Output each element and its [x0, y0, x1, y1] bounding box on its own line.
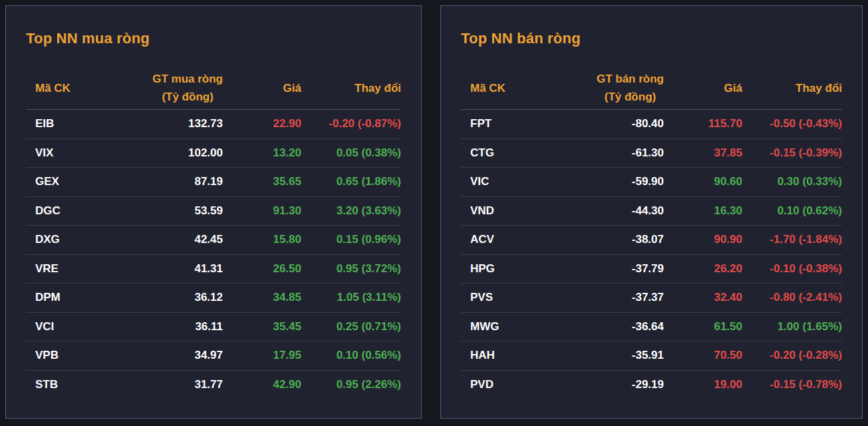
col-header-net-value: GT bán ròng (Tỷ đồng) — [524, 71, 664, 106]
table-row[interactable]: DGC 53.59 91.30 3.20 (3.63%) — [26, 197, 401, 226]
change-cell: 0.65 (1.86%) — [301, 175, 401, 188]
change-cell: 0.25 (0.71%) — [301, 320, 401, 333]
ticker-symbol[interactable]: VRE — [26, 262, 89, 276]
table-row[interactable]: HAH -35.91 70.50 -0.20 (-0.28%) — [461, 341, 842, 371]
ticker-symbol[interactable]: VCI — [26, 320, 89, 333]
table-row[interactable]: VCI 36.11 35.45 0.25 (0.71%) — [26, 313, 401, 342]
price-cell: 115.70 — [664, 117, 742, 130]
table-row[interactable]: DPM 36.12 34.85 1.05 (3.11%) — [26, 284, 401, 313]
ticker-symbol[interactable]: EIB — [26, 117, 89, 130]
change-cell: -0.80 (-2.41%) — [742, 291, 842, 304]
table-row[interactable]: HPG -37.79 26.20 -0.10 (-0.38%) — [461, 255, 842, 284]
change-cell: -0.20 (-0.87%) — [301, 117, 401, 130]
change-cell: 0.95 (3.72%) — [301, 262, 401, 276]
col-header-net-value: GT mua ròng (Tỷ đồng) — [89, 71, 223, 106]
ticker-symbol[interactable]: VPB — [26, 349, 89, 362]
table-row[interactable]: VIC -59.90 90.60 0.30 (0.33%) — [461, 168, 842, 197]
ticker-symbol[interactable]: VIX — [26, 146, 89, 160]
change-cell: 0.95 (2.26%) — [301, 378, 401, 391]
net-value-cell: -61.30 — [524, 146, 664, 160]
foreign-trading-dashboard: Top NN mua ròng Mã CK GT mua ròng (Tỷ đồ… — [0, 0, 868, 424]
net-value-cell: 41.31 — [89, 262, 223, 276]
change-cell: 0.05 (0.38%) — [301, 146, 401, 160]
change-cell: 0.30 (0.33%) — [742, 175, 842, 188]
change-cell: -0.15 (-0.39%) — [742, 146, 842, 160]
net-value-cell: 42.45 — [89, 233, 223, 246]
ticker-symbol[interactable]: CTG — [461, 146, 524, 160]
net-value-cell: -38.07 — [524, 233, 664, 246]
price-cell: 37.85 — [664, 146, 742, 160]
ticker-symbol[interactable]: PVS — [461, 291, 524, 304]
table-row[interactable]: FPT -80.40 115.70 -0.50 (-0.43%) — [461, 110, 842, 139]
col-header-net-value-line2: (Tỷ đồng) — [597, 89, 664, 106]
price-cell: 17.95 — [223, 349, 301, 362]
ticker-symbol[interactable]: VIC — [461, 175, 524, 188]
ticker-symbol[interactable]: DGC — [26, 204, 89, 218]
col-header-change: Thay đổi — [742, 82, 842, 95]
ticker-symbol[interactable]: PVD — [461, 378, 524, 391]
price-cell: 91.30 — [223, 204, 301, 218]
change-cell: -0.20 (-0.28%) — [742, 349, 842, 362]
ticker-symbol[interactable]: GEX — [26, 175, 89, 188]
table-row[interactable]: STB 31.77 42.90 0.95 (2.26%) — [26, 371, 401, 400]
col-header-symbol: Mã CK — [26, 82, 89, 95]
table-header: Mã CK GT mua ròng (Tỷ đồng) Giá Thay đổi — [26, 67, 401, 110]
net-sell-panel: Top NN bán ròng Mã CK GT bán ròng (Tỷ đồ… — [440, 5, 863, 419]
net-value-cell: 102.00 — [89, 146, 223, 160]
change-cell: -0.15 (-0.78%) — [742, 378, 842, 391]
price-cell: 26.20 — [664, 262, 742, 276]
change-cell: 1.05 (3.11%) — [301, 291, 401, 304]
net-value-cell: -29.19 — [524, 378, 664, 391]
ticker-symbol[interactable]: DXG — [26, 233, 89, 246]
ticker-symbol[interactable]: DPM — [26, 291, 89, 304]
col-header-price: Giá — [223, 82, 301, 95]
table-row[interactable]: EIB 132.73 22.90 -0.20 (-0.87%) — [26, 110, 401, 139]
change-cell: 0.10 (0.62%) — [742, 204, 842, 218]
ticker-symbol[interactable]: ACV — [461, 233, 524, 246]
ticker-symbol[interactable]: STB — [26, 378, 89, 391]
ticker-symbol[interactable]: HAH — [461, 349, 524, 362]
table-row[interactable]: ACV -38.07 90.90 -1.70 (-1.84%) — [461, 226, 842, 255]
ticker-symbol[interactable]: VND — [461, 204, 524, 218]
price-cell: 15.80 — [223, 233, 301, 246]
price-cell: 16.30 — [664, 204, 742, 218]
col-header-change: Thay đổi — [301, 82, 401, 95]
net-value-cell: -37.37 — [524, 291, 664, 304]
table-row[interactable]: VND -44.30 16.30 0.10 (0.62%) — [461, 197, 842, 226]
net-value-cell: 34.97 — [89, 349, 223, 362]
price-cell: 22.90 — [223, 117, 301, 130]
table-row[interactable]: CTG -61.30 37.85 -0.15 (-0.39%) — [461, 139, 842, 168]
table-row[interactable]: GEX 87.19 35.65 0.65 (1.86%) — [26, 168, 401, 197]
table-row[interactable]: VIX 102.00 13.20 0.05 (0.38%) — [26, 139, 401, 168]
price-cell: 13.20 — [223, 146, 301, 160]
net-value-cell: 36.12 — [89, 291, 223, 304]
col-header-price: Giá — [664, 82, 742, 95]
col-header-net-value-line2: (Tỷ đồng) — [152, 89, 223, 106]
price-cell: 26.50 — [223, 262, 301, 276]
table-row[interactable]: PVD -29.19 19.00 -0.15 (-0.78%) — [461, 371, 842, 400]
table-row[interactable]: MWG -36.64 61.50 1.00 (1.65%) — [461, 313, 842, 342]
price-cell: 90.60 — [664, 175, 742, 188]
net-value-cell: -59.90 — [524, 175, 664, 188]
net-value-cell: 53.59 — [89, 204, 223, 218]
table-row[interactable]: VPB 34.97 17.95 0.10 (0.56%) — [26, 341, 401, 371]
table-header: Mã CK GT bán ròng (Tỷ đồng) Giá Thay đổi — [461, 67, 842, 110]
net-buy-panel: Top NN mua ròng Mã CK GT mua ròng (Tỷ đồ… — [5, 5, 422, 419]
net-value-cell: -44.30 — [524, 204, 664, 218]
price-cell: 35.65 — [223, 175, 301, 188]
price-cell: 70.50 — [664, 349, 742, 362]
change-cell: 1.00 (1.65%) — [742, 320, 842, 333]
ticker-symbol[interactable]: MWG — [461, 320, 524, 333]
ticker-symbol[interactable]: HPG — [461, 262, 524, 276]
net-value-cell: 31.77 — [89, 378, 223, 391]
change-cell: -0.50 (-0.43%) — [742, 117, 842, 130]
table-row[interactable]: DXG 42.45 15.80 0.15 (0.96%) — [26, 226, 401, 255]
table-row[interactable]: VRE 41.31 26.50 0.95 (3.72%) — [26, 255, 401, 284]
table-body: FPT -80.40 115.70 -0.50 (-0.43%) CTG -61… — [461, 110, 842, 399]
net-value-cell: 36.11 — [89, 320, 223, 333]
table-row[interactable]: PVS -37.37 32.40 -0.80 (-2.41%) — [461, 284, 842, 313]
ticker-symbol[interactable]: FPT — [461, 117, 524, 130]
change-cell: 0.10 (0.56%) — [301, 349, 401, 362]
change-cell: 3.20 (3.63%) — [301, 204, 401, 218]
price-cell: 61.50 — [664, 320, 742, 333]
